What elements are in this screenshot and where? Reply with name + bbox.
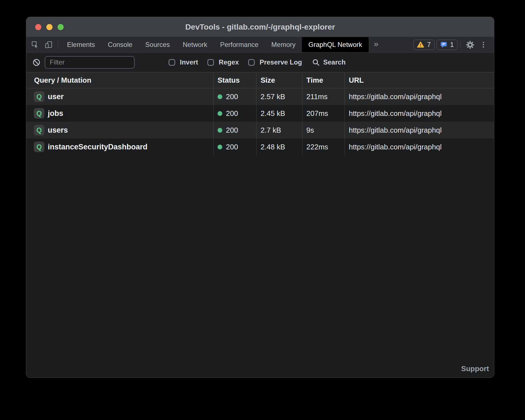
minimize-window-button[interactable] <box>46 24 52 30</box>
query-type-badge: Q <box>34 108 44 119</box>
tab-performance[interactable]: Performance <box>214 37 265 52</box>
column-header-query-mutation[interactable]: Query / Mutation <box>26 72 213 88</box>
query-name-cell: Quser <box>26 88 213 105</box>
query-name: instanceSecurityDashboard <box>48 143 147 151</box>
warnings-badge[interactable]: 7 <box>413 40 434 50</box>
url-cell: https://gitlab.com/api/graphql <box>345 122 494 139</box>
time-cell: 222ms <box>302 139 345 155</box>
search-label: Search <box>323 58 345 66</box>
query-type-badge: Q <box>34 125 44 135</box>
clear-requests-button[interactable] <box>32 58 40 66</box>
query-type-badge: Q <box>34 91 44 102</box>
toolbar-spacer <box>384 37 414 52</box>
query-type-badge: Q <box>34 142 44 152</box>
url-cell: https://gitlab.com/api/graphql <box>345 139 494 155</box>
preserve-log-checkbox-box <box>248 59 255 66</box>
table-body: Quser2002.57 kB211mshttps://gitlab.com/a… <box>26 88 494 155</box>
status-ok-dot-icon <box>218 145 222 149</box>
panel-tabs: ElementsConsoleSourcesNetworkPerformance… <box>61 37 369 52</box>
status-code: 200 <box>226 143 238 151</box>
checkbox-regex[interactable]: Regex <box>207 58 239 66</box>
magnifier-icon <box>312 58 320 66</box>
url-cell: https://gitlab.com/api/graphql <box>345 88 494 105</box>
status-cell: 200 <box>213 122 256 139</box>
inspect-cursor-icon <box>31 40 40 49</box>
support-link[interactable]: Support <box>461 364 489 373</box>
status-code: 200 <box>226 92 238 101</box>
filter-input[interactable] <box>45 56 135 69</box>
search-button[interactable]: Search <box>312 58 345 66</box>
footer: Support <box>26 363 494 378</box>
status-cell: 200 <box>213 88 256 105</box>
request-row-users[interactable]: Qusers2002.7 kB9shttps://gitlab.com/api/… <box>26 122 494 139</box>
traffic-lights <box>26 24 64 30</box>
query-name-cell: QinstanceSecurityDashboard <box>26 139 213 155</box>
checkbox-preserve-log[interactable]: Preserve Log <box>248 58 302 66</box>
query-name-cell: Qusers <box>26 122 213 139</box>
inspect-element-button[interactable] <box>28 37 42 52</box>
query-name: users <box>48 126 68 135</box>
tab-sources[interactable]: Sources <box>139 37 176 52</box>
size-cell: 2.45 kB <box>256 105 302 122</box>
request-row-instancesecuritydashboard[interactable]: QinstanceSecurityDashboard2002.48 kB222m… <box>26 139 494 155</box>
devtools-toolbar: ElementsConsoleSourcesNetworkPerformance… <box>26 37 494 52</box>
tab-elements[interactable]: Elements <box>61 37 101 52</box>
circle-slash-icon <box>32 58 40 66</box>
toolbar-divider <box>460 41 460 48</box>
empty-area <box>26 155 494 363</box>
tab-network[interactable]: Network <box>176 37 214 52</box>
device-toolbar-button[interactable] <box>42 37 55 52</box>
invert-checkbox-label: Invert <box>180 58 198 66</box>
tab-memory[interactable]: Memory <box>265 37 302 52</box>
column-header-size[interactable]: Size <box>256 72 302 88</box>
toolbar-divider <box>58 40 58 49</box>
time-cell: 9s <box>302 122 345 139</box>
device-toolbar-icon <box>44 40 53 49</box>
status-ok-dot-icon <box>218 111 222 116</box>
message-bubble-icon <box>440 41 447 48</box>
query-name: jobs <box>48 109 63 118</box>
regex-checkbox-label: Regex <box>219 58 239 66</box>
status-cell: 200 <box>213 139 256 155</box>
toolbar-padding <box>490 37 494 52</box>
time-cell: 211ms <box>302 88 345 105</box>
status-code: 200 <box>226 109 238 118</box>
query-name: user <box>48 92 64 101</box>
request-row-jobs[interactable]: Qjobs2002.45 kB207mshttps://gitlab.com/a… <box>26 105 494 122</box>
settings-gear-button[interactable] <box>463 37 477 52</box>
vertical-dots-icon <box>479 41 487 49</box>
column-header-status[interactable]: Status <box>213 72 256 88</box>
status-code: 200 <box>226 126 238 135</box>
devtools-window: DevTools - gitlab.com/-/graphql-explorer… <box>26 17 494 378</box>
filter-bar: InvertRegexPreserve Log Search <box>26 52 494 72</box>
warnings-count: 7 <box>427 41 431 49</box>
size-cell: 2.7 kB <box>256 122 302 139</box>
status-badges: 7 1 <box>413 37 457 52</box>
preserve-log-checkbox-label: Preserve Log <box>259 58 302 66</box>
query-name-cell: Qjobs <box>26 105 213 122</box>
more-options-button[interactable] <box>477 37 490 52</box>
table-header: Query / MutationStatusSizeTimeURL <box>26 72 494 88</box>
status-ok-dot-icon <box>218 128 222 133</box>
checkbox-invert[interactable]: Invert <box>169 58 198 66</box>
request-row-user[interactable]: Quser2002.57 kB211mshttps://gitlab.com/a… <box>26 88 494 105</box>
invert-checkbox-box <box>169 59 175 66</box>
tab-graphql-network[interactable]: GraphQL Network <box>302 37 369 52</box>
column-header-time[interactable]: Time <box>302 72 345 88</box>
size-cell: 2.57 kB <box>256 88 302 105</box>
url-cell: https://gitlab.com/api/graphql <box>345 105 494 122</box>
close-window-button[interactable] <box>35 24 41 30</box>
zoom-window-button[interactable] <box>58 24 64 30</box>
size-cell: 2.48 kB <box>256 139 302 155</box>
issues-badge[interactable]: 1 <box>436 40 457 50</box>
status-cell: 200 <box>213 105 256 122</box>
window-title: DevTools - gitlab.com/-/graphql-explorer <box>26 23 494 32</box>
issues-count: 1 <box>450 41 454 49</box>
tab-console[interactable]: Console <box>101 37 139 52</box>
time-cell: 207ms <box>302 105 345 122</box>
column-header-url[interactable]: URL <box>345 72 494 88</box>
more-tabs-button[interactable]: » <box>369 37 384 52</box>
warning-triangle-icon <box>417 41 424 48</box>
gear-icon <box>466 40 475 49</box>
status-ok-dot-icon <box>218 94 222 99</box>
